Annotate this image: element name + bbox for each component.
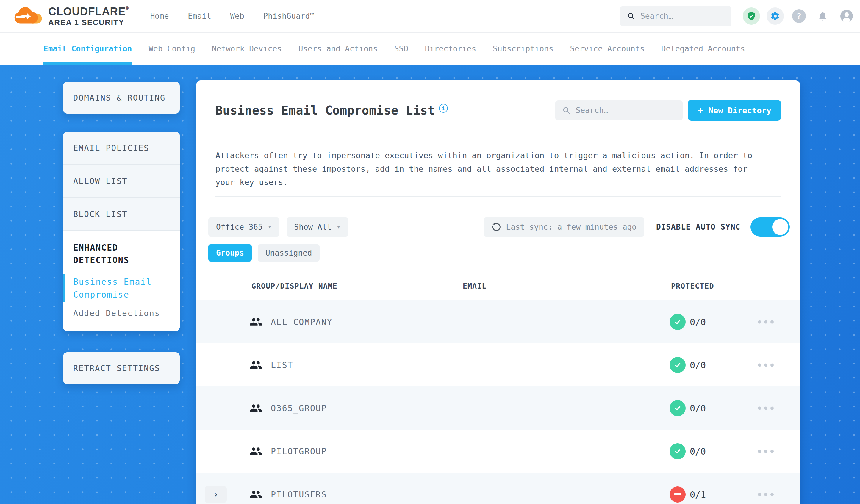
tab-directories[interactable]: Directories [425, 33, 476, 65]
sidebar-item-allow-list[interactable]: ALLOW LIST [63, 164, 180, 197]
registered-mark: ® [126, 6, 129, 11]
row-menu-icon[interactable] [758, 493, 774, 496]
protected-blocked-icon [670, 487, 686, 503]
groups-table: GROUP/DISPLAY NAME EMAIL PROTECTED ALL C… [197, 277, 800, 504]
column-group-display-name: GROUP/DISPLAY NAME [252, 282, 338, 290]
tab-service-accounts[interactable]: Service Accounts [570, 33, 645, 65]
column-email: EMAIL [463, 282, 487, 290]
directory-type-dropdown[interactable]: Office 365 ▾ [208, 217, 280, 236]
avatar-icon [840, 9, 854, 23]
protected-ok-icon [670, 443, 686, 459]
secondary-nav: Email Configuration Web Config Network D… [0, 33, 860, 65]
group-name: ALL COMPANY [271, 317, 332, 327]
global-search[interactable] [620, 6, 731, 26]
group-name: O365_GROUP [271, 403, 327, 413]
help-icon: ? [792, 9, 806, 23]
workspace-background: DOMAINS & ROUTING EMAIL POLICIES ALLOW L… [0, 65, 860, 504]
row-menu-icon[interactable] [758, 320, 774, 323]
nav-email[interactable]: Email [188, 12, 211, 20]
tab-groups[interactable]: Groups [208, 244, 252, 261]
tab-users-and-actions[interactable]: Users and Actions [299, 33, 378, 65]
sidebar-item-enhanced-detections[interactable]: ENHANCED DETECTIONS [73, 242, 170, 267]
tab-subscriptions[interactable]: Subscriptions [493, 33, 554, 65]
search-icon [562, 106, 571, 115]
sidebar-item-added-detections[interactable]: Added Detections [73, 308, 170, 318]
last-sync-button[interactable]: Last sync: a few minutes ago [484, 217, 644, 236]
notifications-button[interactable] [814, 8, 831, 25]
global-search-input[interactable] [640, 11, 724, 21]
nav-phishguard[interactable]: PhishGuard™ [263, 12, 315, 20]
table-row: › PILOTUSERS 0/1 [197, 473, 800, 504]
show-filter-value: Show All [294, 222, 331, 231]
protected-ok-icon [670, 400, 686, 416]
brand-name: CLOUDFLARE® [48, 6, 129, 17]
tab-unassigned[interactable]: Unassigned [258, 244, 320, 261]
protected-count: 0/0 [690, 446, 706, 456]
help-button[interactable]: ? [790, 8, 808, 25]
table-row: ALL COMPANY 0/0 [197, 300, 800, 343]
group-icon [249, 402, 262, 415]
sidebar-item-label: ALLOW LIST [73, 176, 170, 186]
sidebar-item-label: BLOCK LIST [73, 209, 170, 219]
chevron-right-icon: › [213, 489, 218, 500]
settings-button[interactable] [766, 8, 784, 25]
group-icon [249, 315, 262, 329]
directory-search-input[interactable] [575, 106, 675, 115]
sidebar-item-label: EMAIL POLICIES [73, 143, 170, 153]
sidebar-item-block-list[interactable]: BLOCK LIST [63, 197, 180, 230]
table-row: LIST 0/0 [197, 343, 800, 387]
app-screen: CLOUDFLARE® AREA 1 SECURITY Home Email W… [0, 0, 860, 504]
group-name: PILOTGROUP [271, 446, 327, 456]
tab-email-configuration[interactable]: Email Configuration [43, 33, 132, 65]
account-button[interactable] [838, 8, 855, 25]
new-directory-label: New Directory [708, 106, 771, 115]
auto-sync-toggle[interactable] [750, 217, 790, 236]
sidebar-item-business-email-compromise[interactable]: Business Email Compromise [73, 275, 170, 301]
directory-type-value: Office 365 [216, 222, 263, 231]
view-tabs: Groups Unassigned [197, 244, 800, 261]
topbar-right: ? [620, 6, 860, 26]
tab-network-devices[interactable]: Network Devices [212, 33, 282, 65]
cloudflare-logo[interactable]: CLOUDFLARE® AREA 1 SECURITY [0, 6, 129, 26]
row-menu-icon[interactable] [758, 363, 774, 366]
nav-home[interactable]: Home [150, 12, 169, 20]
cloudflare-cloud-icon [14, 6, 43, 26]
top-bar: CLOUDFLARE® AREA 1 SECURITY Home Email W… [0, 0, 860, 33]
new-directory-button[interactable]: + New Directory [688, 100, 781, 121]
page-title: Business Email Compromise List [215, 103, 435, 117]
sidebar-item-label: RETRACT SETTINGS [73, 363, 170, 373]
auto-sync-label: DISABLE AUTO SYNC [656, 222, 740, 231]
security-status-button[interactable] [743, 8, 760, 25]
tab-delegated-accounts[interactable]: Delegated Accounts [661, 33, 745, 65]
nav-web[interactable]: Web [230, 12, 244, 20]
protected-count: 0/0 [690, 317, 706, 327]
caret-down-icon: ▾ [268, 224, 272, 231]
tab-web-config[interactable]: Web Config [148, 33, 195, 65]
group-icon [249, 359, 262, 372]
table-row: O365_GROUP 0/0 [197, 387, 800, 430]
row-menu-icon[interactable] [758, 406, 774, 410]
bell-icon [817, 11, 828, 21]
sidebar: DOMAINS & ROUTING EMAIL POLICIES ALLOW L… [63, 82, 180, 384]
sidebar-item-email-policies[interactable]: EMAIL POLICIES [63, 132, 180, 164]
table-row: PILOTGROUP 0/0 [197, 430, 800, 473]
group-icon [249, 445, 262, 458]
tab-label: Email Configuration [43, 44, 132, 53]
row-menu-icon[interactable] [758, 449, 774, 453]
column-protected: PROTECTED [671, 282, 714, 290]
primary-nav: Home Email Web PhishGuard™ [150, 12, 315, 20]
plus-icon: + [698, 105, 703, 115]
brand-text: CLOUDFLARE® AREA 1 SECURITY [48, 6, 129, 26]
sidebar-item-domains-routing[interactable]: DOMAINS & ROUTING [63, 82, 180, 114]
brand-subtitle: AREA 1 SECURITY [48, 18, 129, 26]
toggle-knob [772, 219, 788, 235]
table-header: GROUP/DISPLAY NAME EMAIL PROTECTED [197, 277, 800, 300]
tab-sso[interactable]: SSO [394, 33, 408, 65]
main-panel: Business Email Compromise List i + New D… [197, 80, 800, 504]
directory-search[interactable] [555, 100, 683, 120]
show-filter-dropdown[interactable]: Show All ▾ [287, 217, 348, 236]
info-icon[interactable]: i [439, 104, 448, 113]
caret-down-icon: ▾ [337, 224, 341, 231]
expand-row-button[interactable]: › [205, 486, 227, 503]
sidebar-item-retract-settings[interactable]: RETRACT SETTINGS [63, 352, 180, 384]
